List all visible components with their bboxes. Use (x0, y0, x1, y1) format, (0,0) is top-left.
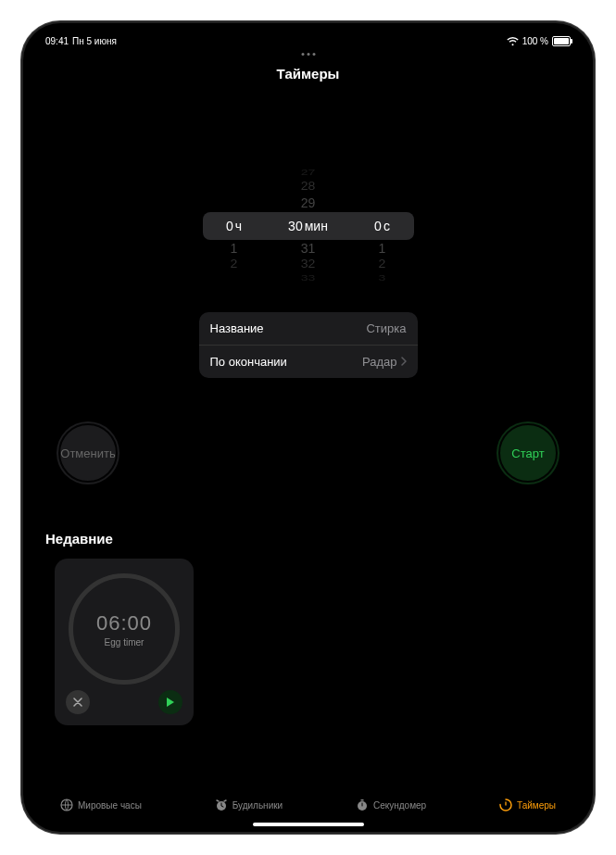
page-title: Таймеры (23, 66, 593, 82)
tab-stopwatch[interactable]: Секундомер (356, 798, 426, 811)
home-indicator[interactable] (253, 823, 364, 826)
battery-pct: 100 % (522, 36, 548, 46)
option-name[interactable]: Название Стирка (199, 312, 418, 346)
option-name-label: Название (210, 321, 264, 335)
option-end-value: Радар (362, 355, 397, 369)
option-end-sound[interactable]: По окончании Радар (199, 346, 418, 378)
timer-icon (499, 798, 512, 811)
tab-world-clock[interactable]: Мировые часы (60, 798, 142, 811)
tab-timers[interactable]: Таймеры (499, 798, 556, 811)
status-date: Пн 5 июня (72, 36, 117, 46)
status-bar: 09:41 Пн 5 июня 100 % (45, 36, 571, 46)
recent-time: 06:00 (96, 611, 152, 635)
picker-seconds[interactable]: 0с 1 2 3 (346, 162, 420, 292)
multitask-menu[interactable] (301, 53, 315, 56)
recent-dial: 06:00 Egg timer (69, 573, 180, 685)
recent-start-button[interactable] (158, 690, 182, 714)
chevron-right-icon (401, 355, 407, 369)
wifi-icon (507, 37, 519, 46)
recent-timer-tile[interactable]: 06:00 Egg timer (55, 559, 194, 725)
start-button[interactable]: Старт (497, 421, 559, 484)
option-end-label: По окончании (210, 355, 287, 369)
recent-delete-button[interactable] (66, 690, 90, 714)
play-icon (166, 697, 175, 708)
option-name-value: Стирка (366, 321, 406, 335)
globe-icon (60, 798, 73, 811)
timer-options: Название Стирка По окончании Радар (199, 312, 418, 378)
tab-bar: Мировые часы Будильники Секундомер Тайме… (60, 798, 556, 811)
battery-icon (552, 36, 571, 46)
close-icon (73, 698, 82, 707)
alarm-icon (215, 798, 228, 811)
svg-rect-3 (360, 799, 363, 801)
picker-hours[interactable]: 0ч 1 2 (197, 162, 271, 292)
duration-picker[interactable]: 0ч 1 2 27 28 29 30мин 31 32 33 0с 1 2 3 (197, 162, 420, 292)
recent-label: Egg timer (105, 637, 145, 648)
ipad-screen: 09:41 Пн 5 июня 100 % Таймеры 0ч 1 2 27 … (23, 23, 593, 832)
cancel-button[interactable]: Отменить (57, 421, 119, 484)
picker-minutes[interactable]: 27 28 29 30мин 31 32 33 (271, 162, 346, 292)
status-time: 09:41 (45, 36, 69, 46)
stopwatch-icon (356, 798, 369, 811)
tab-alarms[interactable]: Будильники (215, 798, 283, 811)
recent-header: Недавние (45, 531, 113, 547)
